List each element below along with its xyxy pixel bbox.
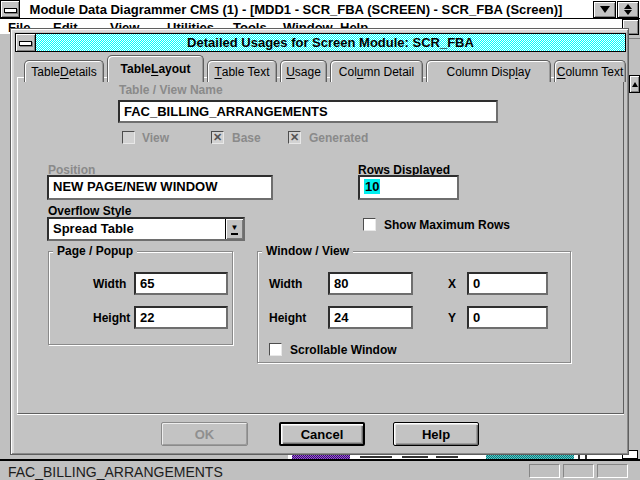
status-panel-3 (597, 464, 628, 478)
page-width-label: Width (93, 277, 126, 291)
tab-bar: Table Details Table Layout Table Text Us… (24, 55, 626, 82)
selected-text: 10 (364, 179, 380, 194)
window-y-label: Y (448, 311, 456, 325)
window-height-label: Height (269, 311, 306, 325)
dialog-titlebar: Detailed Usages for Screen Module: SCR_F… (15, 33, 626, 52)
generated-checkbox-label: Generated (309, 131, 368, 145)
tab-table-text[interactable]: Table Text (207, 60, 277, 82)
minimize-button[interactable] (593, 1, 616, 18)
table-view-name-field[interactable]: FAC_BILLING_ARRANGEMENTS (118, 100, 498, 123)
combobox-value: Spread Table (49, 219, 225, 239)
scrollable-window-label: Scrollable Window (290, 343, 397, 357)
window-x-field[interactable]: 0 (467, 272, 548, 295)
window-x-label: X (448, 277, 456, 291)
view-checkbox[interactable] (122, 131, 135, 144)
table-view-name-label: Table / View Name (119, 83, 223, 97)
window-view-group-title: Window / View (262, 244, 353, 258)
page-popup-group-title: Page / Popup (53, 244, 137, 258)
scroll-up-button[interactable] (629, 75, 640, 93)
minimize-icon (600, 6, 610, 13)
page-height-field[interactable]: 22 (134, 306, 228, 329)
position-field[interactable]: NEW PAGE/NEW WINDOW (47, 175, 273, 200)
scroll-up-icon (632, 82, 638, 87)
dropdown-button[interactable]: ▼ (225, 219, 243, 239)
scrollable-window-checkbox[interactable] (269, 343, 282, 356)
show-maximum-rows-checkbox[interactable] (363, 218, 376, 231)
base-checkbox[interactable]: ✕ (211, 131, 224, 144)
diagram-fragment-text (360, 456, 392, 458)
overflow-style-combobox[interactable]: Spread Table ▼ (47, 217, 245, 241)
status-text: FAC_BILLING_ARRANGEMENTS (8, 464, 223, 480)
dialog-control-menu-button[interactable] (15, 33, 36, 52)
dialog-title: Detailed Usages for Screen Module: SCR_F… (36, 33, 626, 52)
window-y-field[interactable]: 0 (467, 306, 548, 329)
ok-button[interactable]: OK (161, 422, 248, 446)
page-popup-group: Page / Popup (48, 251, 233, 345)
status-panel-2 (563, 464, 594, 478)
tab-table-details[interactable]: Table Details (24, 60, 104, 82)
app-title: Module Data Diagrammer CMS (1) - [MDD1 -… (0, 2, 592, 17)
control-menu-icon (19, 41, 32, 46)
dropdown-arrow-icon: ▼ (231, 224, 239, 235)
detailed-usages-dialog: Detailed Usages for Screen Module: SCR_F… (10, 28, 629, 455)
status-panel-1 (529, 464, 560, 478)
restore-icon (624, 4, 632, 9)
tab-column-text[interactable]: Column Text (554, 60, 626, 82)
diagram-fragment-text (436, 456, 458, 458)
window-height-field[interactable]: 24 (328, 306, 413, 329)
tab-column-detail[interactable]: Column Detail (330, 60, 423, 82)
tab-table-layout[interactable]: Table Layout (107, 55, 204, 82)
overflow-style-label: Overflow Style (48, 204, 131, 218)
page-width-field[interactable]: 65 (134, 272, 228, 295)
app-titlebar: Module Data Diagrammer CMS (1) - [MDD1 -… (0, 0, 640, 19)
statusbar: FAC_BILLING_ARRANGEMENTS (0, 459, 640, 480)
generated-checkbox[interactable]: ✕ (288, 131, 301, 144)
show-maximum-rows-label: Show Maximum Rows (384, 218, 510, 232)
view-checkbox-label: View (142, 131, 169, 145)
window-width-field[interactable]: 80 (328, 272, 413, 295)
tab-column-display[interactable]: Column Display (426, 60, 551, 82)
base-checkbox-label: Base (232, 131, 261, 145)
tab-usage[interactable]: Usage (280, 60, 327, 82)
restore-button[interactable] (617, 1, 639, 18)
rows-displayed-field[interactable]: 10 (358, 175, 459, 200)
scrollbar-divider (628, 38, 640, 39)
help-button[interactable]: Help (393, 422, 479, 446)
window-width-label: Width (269, 277, 302, 291)
diagram-fragment-text (402, 456, 428, 458)
page-height-label: Height (93, 311, 130, 325)
cancel-button[interactable]: Cancel (279, 422, 365, 446)
